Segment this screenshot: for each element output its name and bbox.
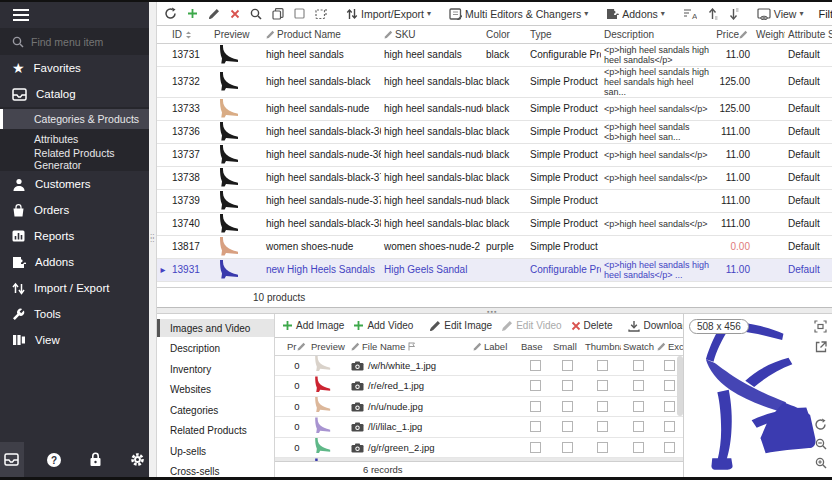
- view-menu[interactable]: View▾: [754, 6, 807, 22]
- sidebar-item-catalog[interactable]: Catalog: [0, 81, 149, 107]
- base-checkbox-cell[interactable]: [519, 437, 551, 458]
- thumbnail-checkbox[interactable]: [597, 442, 608, 453]
- col-position[interactable]: Pr: [285, 338, 309, 355]
- sidebar-item-customers[interactable]: Customers: [0, 171, 149, 197]
- help-button[interactable]: ?: [42, 442, 66, 477]
- product-row[interactable]: 13732high heel sandals-blackhigh heel sa…: [157, 66, 832, 97]
- exclude-checkbox[interactable]: [664, 442, 675, 453]
- small-checkbox-cell[interactable]: [551, 437, 583, 458]
- thumbnail-checkbox-cell[interactable]: [583, 417, 621, 438]
- settings-button[interactable]: [125, 442, 149, 477]
- small-checkbox-cell[interactable]: [551, 396, 583, 417]
- tab-images-and-video[interactable]: Images and Video: [157, 319, 274, 337]
- exclude-checkbox-cell[interactable]: [655, 458, 683, 462]
- zoom-out-icon[interactable]: [814, 438, 827, 450]
- add-video-button[interactable]: Add Video: [350, 318, 416, 333]
- base-checkbox[interactable]: [530, 380, 541, 391]
- expand-rows-button[interactable]: [704, 6, 721, 22]
- duplicate-button[interactable]: [312, 6, 331, 22]
- col-sku[interactable]: SKU: [381, 26, 483, 43]
- swatch-checkbox-cell[interactable]: ✓: [621, 458, 655, 462]
- edit-image-button[interactable]: Edit Image: [426, 318, 495, 334]
- small-checkbox-cell[interactable]: [551, 376, 583, 397]
- base-checkbox-cell[interactable]: ✓: [519, 458, 551, 462]
- paste-button[interactable]: [291, 6, 308, 21]
- product-row[interactable]: 13731high heel sandalshigh heel sandalsb…: [157, 43, 832, 66]
- thumbnail-checkbox-cell[interactable]: ✓: [583, 458, 621, 462]
- base-checkbox[interactable]: [530, 442, 541, 453]
- small-checkbox-cell[interactable]: [551, 417, 583, 438]
- swatch-checkbox-cell[interactable]: [621, 396, 655, 417]
- vertical-splitter[interactable]: ::::: [149, 2, 157, 477]
- sidebar-item-view[interactable]: View: [0, 327, 149, 353]
- swatch-checkbox[interactable]: [633, 421, 644, 432]
- thumbnail-checkbox-cell[interactable]: [583, 355, 621, 376]
- media-row[interactable]: 0/l/i/lilac_1.jpg: [275, 417, 683, 438]
- tab-description[interactable]: Description: [157, 340, 274, 358]
- col-base[interactable]: Base: [519, 338, 551, 355]
- sort-az-button[interactable]: A: [680, 6, 700, 22]
- tab-related-products[interactable]: Related Products: [157, 422, 274, 440]
- sidebar-item-orders[interactable]: Orders: [0, 197, 149, 223]
- zoom-in-icon[interactable]: [814, 457, 827, 469]
- tab-categories[interactable]: Categories: [157, 401, 274, 419]
- media-row[interactable]: 0/n/u/nude.jpg: [275, 396, 683, 417]
- sidebar-item-attributes[interactable]: Attributes: [0, 129, 149, 149]
- product-row[interactable]: ▸13931new High Heels SandalsHigh Geels S…: [157, 258, 832, 281]
- delete-product-button[interactable]: [227, 7, 243, 21]
- swatch-checkbox-cell[interactable]: [621, 437, 655, 458]
- tab-cross-sells[interactable]: Cross-sells: [157, 463, 274, 480]
- small-checkbox[interactable]: [562, 360, 573, 371]
- horizontal-splitter[interactable]: ▪▪▪: [157, 307, 832, 314]
- swatch-checkbox-cell[interactable]: [621, 355, 655, 376]
- tab-up-sells[interactable]: Up-sells: [157, 442, 274, 460]
- product-row[interactable]: 13738high heel sandals-black-37high heel…: [157, 166, 832, 189]
- thumbnail-checkbox[interactable]: [597, 401, 608, 412]
- base-checkbox-cell[interactable]: [519, 396, 551, 417]
- col-color[interactable]: Color: [483, 26, 527, 43]
- thumbnail-checkbox-cell[interactable]: [583, 376, 621, 397]
- copy-button[interactable]: [269, 6, 287, 22]
- base-checkbox[interactable]: [530, 401, 541, 412]
- exclude-checkbox[interactable]: [664, 360, 675, 371]
- tab-websites[interactable]: Websites: [157, 381, 274, 399]
- product-row[interactable]: 13817women shoes-nudewomen shoes-nude-2p…: [157, 235, 832, 258]
- rotate-icon[interactable]: [814, 418, 827, 431]
- import-export-menu[interactable]: Import/Export▾: [343, 6, 434, 22]
- media-row[interactable]: 0/r/e/red_1.jpg: [275, 376, 683, 397]
- small-checkbox-cell[interactable]: [551, 355, 583, 376]
- small-checkbox[interactable]: [562, 401, 573, 412]
- menu-search-input[interactable]: [31, 36, 131, 48]
- sidebar-item-addons[interactable]: Addons: [0, 249, 149, 275]
- product-row[interactable]: 13736high heel sandals-black-36high heel…: [157, 120, 832, 143]
- exclude-checkbox[interactable]: [664, 401, 675, 412]
- base-checkbox-cell[interactable]: [519, 417, 551, 438]
- base-checkbox[interactable]: [530, 421, 541, 432]
- swatch-checkbox-cell[interactable]: [621, 376, 655, 397]
- delete-image-button[interactable]: Delete: [568, 318, 616, 333]
- collapse-rows-button[interactable]: [725, 6, 742, 22]
- swatch-checkbox[interactable]: [633, 380, 644, 391]
- col-description[interactable]: Description: [601, 26, 713, 43]
- thumbnail-checkbox-cell[interactable]: [583, 437, 621, 458]
- swatch-checkbox[interactable]: [633, 360, 644, 371]
- open-external-icon[interactable]: [814, 341, 827, 353]
- sidebar-search[interactable]: [0, 28, 149, 55]
- col-media-preview[interactable]: Preview: [309, 338, 349, 355]
- exclude-checkbox-cell[interactable]: [655, 417, 683, 438]
- hamburger-menu-icon[interactable]: [12, 8, 30, 22]
- search-button[interactable]: [247, 6, 265, 22]
- base-checkbox[interactable]: [530, 360, 541, 371]
- media-row[interactable]: ▸1/b/l/blue_6.jpg✓✓✓✓: [275, 458, 683, 462]
- add-product-button[interactable]: [184, 6, 201, 21]
- sidebar-item-related-products-generator[interactable]: Related Products Generator: [0, 149, 149, 169]
- small-checkbox[interactable]: [562, 380, 573, 391]
- exclude-checkbox[interactable]: [664, 421, 675, 432]
- col-id[interactable]: ID: [169, 26, 211, 43]
- col-type[interactable]: Type: [527, 26, 601, 43]
- addons-menu[interactable]: Addons▾: [603, 6, 668, 22]
- thumbnail-checkbox[interactable]: [597, 421, 608, 432]
- swatch-checkbox[interactable]: [633, 442, 644, 453]
- thumbnail-checkbox[interactable]: [597, 380, 608, 391]
- product-row[interactable]: 13737high heel sandals-nude-36high heel …: [157, 143, 832, 166]
